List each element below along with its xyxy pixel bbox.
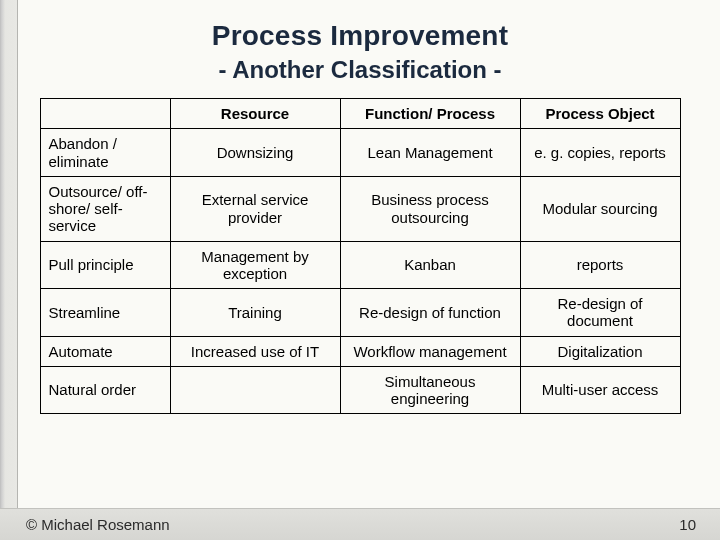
row-label: Natural order xyxy=(40,366,170,414)
table-corner-cell: . xyxy=(40,99,170,129)
cell: Training xyxy=(170,289,340,337)
row-label: Abandon / eliminate xyxy=(40,129,170,177)
row-label: Outsource/ off-shore/ self-service xyxy=(40,176,170,241)
row-label: Pull principle xyxy=(40,241,170,289)
cell: reports xyxy=(520,241,680,289)
slide: Process Improvement - Another Classifica… xyxy=(0,0,720,540)
cell: Kanban xyxy=(340,241,520,289)
cell: External service provider xyxy=(170,176,340,241)
title-main: Process Improvement xyxy=(0,20,720,52)
col-header: Resource xyxy=(170,99,340,129)
classification-table: . Resource Function/ Process Process Obj… xyxy=(40,98,681,414)
col-header: Function/ Process xyxy=(340,99,520,129)
cell: Workflow management xyxy=(340,336,520,366)
cell: Simultaneous engineering xyxy=(340,366,520,414)
cell: e. g. copies, reports xyxy=(520,129,680,177)
left-chrome-strip xyxy=(0,0,18,540)
cell: Re-design of document xyxy=(520,289,680,337)
cell: Management by exception xyxy=(170,241,340,289)
col-header: Process Object xyxy=(520,99,680,129)
title-sub: - Another Classification - xyxy=(0,56,720,84)
table-row: Outsource/ off-shore/ self-service Exter… xyxy=(40,176,680,241)
cell: Re-design of function xyxy=(340,289,520,337)
table-row: Abandon / eliminate Downsizing Lean Mana… xyxy=(40,129,680,177)
table-row: Natural order Simultaneous engineering M… xyxy=(40,366,680,414)
table-header-row: . Resource Function/ Process Process Obj… xyxy=(40,99,680,129)
table-row: Streamline Training Re-design of functio… xyxy=(40,289,680,337)
row-label: Automate xyxy=(40,336,170,366)
cell: Business process outsourcing xyxy=(340,176,520,241)
row-label: Streamline xyxy=(40,289,170,337)
title-block: Process Improvement - Another Classifica… xyxy=(0,20,720,84)
cell: Multi-user access xyxy=(520,366,680,414)
cell: Increased use of IT xyxy=(170,336,340,366)
page-number: 10 xyxy=(679,516,696,533)
cell: Modular sourcing xyxy=(520,176,680,241)
footer-bar: © Michael Rosemann 10 xyxy=(0,508,720,540)
cell: Downsizing xyxy=(170,129,340,177)
cell xyxy=(170,366,340,414)
cell: Digitalization xyxy=(520,336,680,366)
cell: Lean Management xyxy=(340,129,520,177)
table-row: Automate Increased use of IT Workflow ma… xyxy=(40,336,680,366)
copyright-text: © Michael Rosemann xyxy=(26,516,170,533)
table-row: Pull principle Management by exception K… xyxy=(40,241,680,289)
